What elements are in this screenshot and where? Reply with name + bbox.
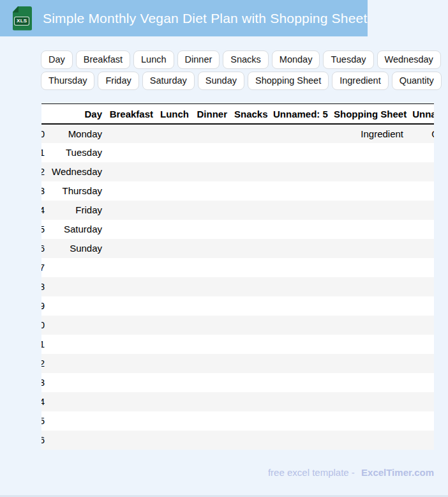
chip-dinner[interactable]: Dinner <box>177 50 220 69</box>
table-cell: Tuesday <box>50 143 109 162</box>
keyword-chips: DayBreakfastLunchDinnerSnacksMondayTuesd… <box>41 50 440 90</box>
table-cell <box>334 296 410 316</box>
row-index: 0 <box>41 124 50 143</box>
chip-day[interactable]: Day <box>41 50 73 69</box>
column-header: Unnamed: 7 <box>410 103 434 124</box>
table-row: 7 <box>41 258 434 277</box>
row-index: 11 <box>41 335 50 354</box>
chip-saturday[interactable]: Saturday <box>142 72 195 90</box>
row-index: 9 <box>41 296 50 316</box>
row-index: 10 <box>41 316 50 335</box>
table-cell <box>196 220 234 239</box>
table-cell <box>234 220 273 239</box>
diet-plan-table-container: DayBreakfastLunchDinnerSnacksUnnamed: 5S… <box>41 103 434 450</box>
chip-ingredient[interactable]: Ingredient <box>332 72 389 90</box>
column-header: Shopping Sheet <box>334 103 410 124</box>
table-cell <box>109 354 160 373</box>
table-cell <box>109 392 160 411</box>
chip-breakfast[interactable]: Breakfast <box>76 50 130 69</box>
table-row: 6Sunday <box>41 239 434 258</box>
xls-file-icon: XLS <box>13 6 32 31</box>
index-column-header <box>41 103 50 124</box>
table-row: 12 <box>41 354 434 373</box>
table-cell <box>109 316 160 335</box>
table-cell <box>109 431 160 450</box>
chip-sunday[interactable]: Sunday <box>198 72 244 90</box>
table-cell <box>334 277 410 296</box>
table-cell <box>410 201 434 220</box>
table-cell <box>196 296 234 316</box>
table-cell <box>234 316 273 335</box>
table-cell: Friday <box>50 201 109 220</box>
table-row: 11 <box>41 335 434 354</box>
table-cell <box>334 335 410 354</box>
table-cell <box>334 392 410 411</box>
chip-shopping-sheet[interactable]: Shopping Sheet <box>248 72 329 90</box>
chip-wednesday[interactable]: Wednesday <box>377 50 441 69</box>
table-cell <box>334 431 410 450</box>
table-cell <box>109 411 160 431</box>
table-cell <box>109 220 160 239</box>
footer-brand-link[interactable]: ExcelTimer.com <box>361 467 434 478</box>
title-bar: XLS Simple Monthly Vegan Diet Plan with … <box>0 0 368 36</box>
table-cell <box>334 258 410 277</box>
column-header: Day <box>50 103 109 124</box>
table-cell <box>196 431 234 450</box>
table-cell <box>334 316 410 335</box>
table-row: 1Tuesday <box>41 143 434 162</box>
table-row: 14 <box>41 392 434 411</box>
table-cell <box>410 296 434 316</box>
table-cell <box>196 411 234 431</box>
xls-badge-label: XLS <box>14 17 29 26</box>
table-cell <box>109 239 160 258</box>
table-row: 9 <box>41 296 434 316</box>
table-cell <box>234 201 273 220</box>
table-cell <box>160 124 196 143</box>
table-row: 10 <box>41 316 434 335</box>
table-cell <box>273 335 334 354</box>
table-cell <box>410 373 434 392</box>
table-cell <box>334 373 410 392</box>
column-header: Unnamed: 5 <box>273 103 334 124</box>
table-cell <box>50 316 109 335</box>
table-cell <box>196 143 234 162</box>
table-cell <box>410 181 434 201</box>
table-cell <box>109 124 160 143</box>
row-index: 16 <box>41 431 50 450</box>
table-cell <box>334 143 410 162</box>
table-cell <box>273 392 334 411</box>
chip-thursday[interactable]: Thursday <box>41 72 94 90</box>
row-index: 7 <box>41 258 50 277</box>
table-cell <box>273 239 334 258</box>
row-index: 15 <box>41 411 50 431</box>
chip-tuesday[interactable]: Tuesday <box>323 50 373 69</box>
table-cell <box>50 296 109 316</box>
chip-monday[interactable]: Monday <box>272 50 320 69</box>
table-cell <box>273 277 334 296</box>
row-index: 8 <box>41 277 50 296</box>
footer: free excel template - ExcelTimer.com <box>0 467 434 478</box>
table-cell <box>234 124 273 143</box>
table-row: 8 <box>41 277 434 296</box>
table-cell <box>410 162 434 181</box>
chip-snacks[interactable]: Snacks <box>223 50 269 69</box>
table-cell <box>334 181 410 201</box>
table-cell <box>234 392 273 411</box>
table-row: 5Saturday <box>41 220 434 239</box>
chip-quantity[interactable]: Quantity <box>392 72 442 90</box>
table-cell <box>410 411 434 431</box>
table-cell <box>160 220 196 239</box>
row-index: 13 <box>41 373 50 392</box>
chip-lunch[interactable]: Lunch <box>133 50 174 69</box>
table-cell <box>196 162 234 181</box>
table-cell: Ingredient <box>334 124 410 143</box>
table-cell <box>334 354 410 373</box>
footer-text: free excel template - <box>268 467 355 478</box>
table-cell <box>109 373 160 392</box>
chip-friday[interactable]: Friday <box>98 72 138 90</box>
row-index: 5 <box>41 220 50 239</box>
table-cell <box>273 296 334 316</box>
row-index: 1 <box>41 143 50 162</box>
table-cell <box>273 258 334 277</box>
table-cell <box>50 335 109 354</box>
